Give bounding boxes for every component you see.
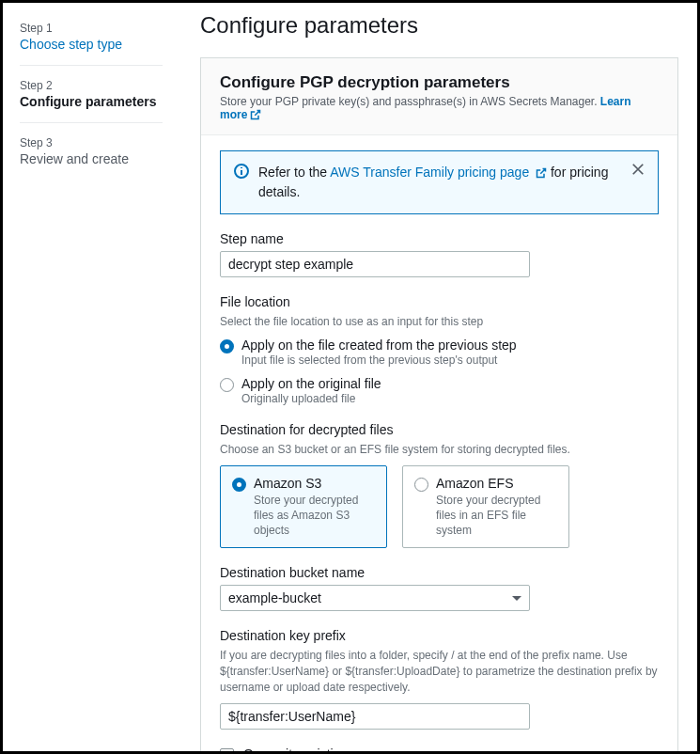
- panel-title: Configure PGP decryption parameters: [220, 73, 659, 92]
- step-3: Step 3 Review and create: [20, 133, 163, 180]
- step-1-title[interactable]: Choose step type: [20, 37, 163, 52]
- main-content: Configure parameters Configure PGP decry…: [181, 3, 697, 751]
- step-2-label: Step 2: [20, 79, 163, 92]
- radio-icon: [414, 478, 428, 492]
- step-3-title: Review and create: [20, 151, 163, 166]
- file-location-help: Select the file location to use as an in…: [220, 314, 659, 330]
- step-3-label: Step 3: [20, 136, 163, 149]
- step-name-input[interactable]: [220, 251, 530, 277]
- wizard-steps-sidebar: Step 1 Choose step type Step 2 Configure…: [3, 3, 181, 751]
- destination-label: Destination for decrypted files: [220, 422, 659, 437]
- radio-icon: [232, 478, 246, 492]
- step-name-label: Step name: [220, 231, 659, 246]
- caret-down-icon: [512, 596, 521, 601]
- key-prefix-help: If you are decrypting files into a folde…: [220, 648, 659, 695]
- close-alert-button[interactable]: [631, 163, 645, 179]
- select-value: example-bucket: [228, 590, 321, 605]
- tile-title: Amazon EFS: [436, 476, 557, 491]
- external-link-icon: [536, 167, 547, 179]
- step-2: Step 2 Configure parameters: [20, 75, 163, 123]
- overwrite-existing-checkbox[interactable]: Overwrite existing Overwrite if a file w…: [220, 746, 659, 751]
- info-icon: [234, 164, 249, 181]
- tile-title: Amazon S3: [254, 476, 375, 491]
- bucket-name-select[interactable]: example-bucket: [220, 585, 530, 611]
- radio-previous-step-file[interactable]: Apply on the file created from the previ…: [220, 338, 659, 367]
- external-link-icon: [250, 109, 261, 120]
- tile-desc: Store your decrypted files as Amazon S3 …: [254, 493, 375, 539]
- radio-desc: Originally uploaded file: [241, 392, 381, 405]
- panel-header: Configure PGP decryption parameters Stor…: [201, 58, 677, 135]
- radio-title: Apply on the original file: [241, 376, 381, 391]
- destination-help: Choose an S3 bucket or an EFS file syste…: [220, 442, 659, 458]
- radio-desc: Input file is selected from the previous…: [241, 353, 517, 367]
- step-1-label: Step 1: [20, 22, 163, 35]
- tile-amazon-s3[interactable]: Amazon S3 Store your decrypted files as …: [220, 465, 387, 549]
- step-1[interactable]: Step 1 Choose step type: [20, 18, 163, 66]
- page-title: Configure parameters: [200, 12, 678, 39]
- tile-amazon-efs[interactable]: Amazon EFS Store your decrypted files in…: [402, 465, 569, 549]
- radio-icon: [220, 339, 234, 353]
- step-2-title: Configure parameters: [20, 94, 163, 109]
- alert-text: Refer to the AWS Transfer Family pricing…: [258, 163, 618, 202]
- pricing-page-link[interactable]: AWS Transfer Family pricing page: [330, 165, 547, 180]
- checkbox-title: Overwrite existing: [243, 746, 614, 751]
- pricing-info-alert: Refer to the AWS Transfer Family pricing…: [220, 150, 659, 214]
- key-prefix-label: Destination key prefix: [220, 628, 659, 643]
- panel-description: Store your PGP private key(s) and passph…: [220, 95, 659, 121]
- tile-desc: Store your decrypted files in an EFS fil…: [436, 493, 557, 539]
- key-prefix-input[interactable]: [220, 703, 530, 730]
- close-icon: [631, 163, 645, 176]
- config-panel: Configure PGP decryption parameters Stor…: [200, 57, 678, 751]
- radio-title: Apply on the file created from the previ…: [241, 338, 517, 353]
- radio-icon: [220, 378, 234, 392]
- radio-original-file[interactable]: Apply on the original file Originally up…: [220, 376, 659, 405]
- checkbox-icon: [220, 748, 234, 751]
- bucket-name-label: Destination bucket name: [220, 565, 659, 580]
- file-location-label: File location: [220, 294, 659, 309]
